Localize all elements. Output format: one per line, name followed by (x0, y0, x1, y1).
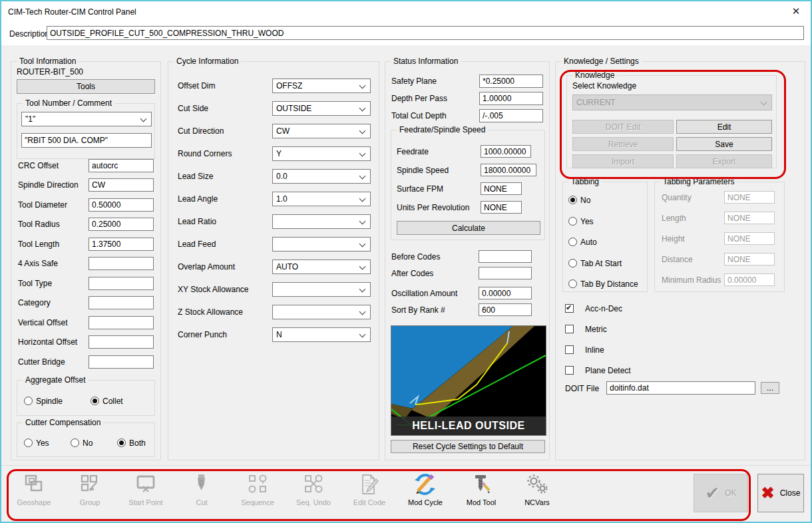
lead-feed-label: Lead Feed (178, 240, 216, 249)
toolbar-item-seq-undo: Seq. Undo (286, 471, 341, 506)
overlap-amount-select[interactable]: AUTO (272, 260, 371, 274)
distance-input (724, 253, 775, 265)
length-label: Length (662, 214, 686, 223)
metric-checkbox[interactable] (565, 325, 574, 333)
seq-undo-icon (286, 471, 341, 498)
z-stock-allowance-select[interactable] (272, 305, 371, 319)
lead-feed-select[interactable] (272, 237, 371, 252)
chevron-down-icon (359, 309, 366, 315)
doit-file-input[interactable] (606, 381, 755, 395)
toolbar-item-start-point: Start Point (118, 471, 173, 506)
cutter-comp-no-radio[interactable] (71, 438, 79, 447)
tool-type-input[interactable] (89, 277, 154, 290)
surface-fpm-input[interactable] (481, 182, 522, 195)
corner-punch-select[interactable]: N (272, 327, 371, 342)
sort-by-rank-input[interactable] (479, 303, 532, 316)
safety-plane-label: Safety Plane (391, 77, 437, 86)
aggregate-offset-spindle-radio[interactable] (24, 397, 33, 405)
tool-length-input[interactable] (89, 238, 154, 251)
total-cut-depth-input[interactable] (479, 109, 543, 122)
retrieve-button: Retrieve (572, 137, 674, 151)
tabbing-tab-at-start-radio[interactable] (568, 259, 577, 267)
depth-per-pass-input[interactable] (479, 92, 543, 105)
tabbing-tab-by-distance-radio[interactable] (568, 279, 577, 288)
cutter-bridge-input[interactable] (89, 355, 154, 369)
panel-title: Status Information (391, 57, 461, 66)
overlap-amount-label: Overlap Amount (178, 262, 235, 271)
tool-diameter-input[interactable] (89, 198, 154, 212)
window-close-icon[interactable]: ✕ (788, 5, 804, 19)
tools-button[interactable]: Tools (17, 79, 155, 94)
cycle-information-panel: Cycle Information Offset Dim OFFSZ Cut S… (168, 61, 379, 460)
cut-direction-select[interactable]: CW (272, 124, 371, 138)
oscillation-amount-input[interactable] (479, 287, 532, 299)
tabbing-auto-radio[interactable] (568, 238, 577, 246)
units-per-revolution-input[interactable] (481, 201, 522, 214)
group-title: Feedrate/Spindle Speed (397, 125, 488, 134)
spindle-direction-input[interactable] (89, 178, 154, 192)
feedrate-input[interactable] (481, 145, 531, 158)
doit-file-browse-button[interactable]: ... (761, 382, 779, 394)
tool-number-select[interactable]: "1" (21, 112, 152, 126)
feedrate-label: Feedrate (397, 147, 429, 156)
four-axis-safe-label: 4 Axis Safe (18, 259, 58, 268)
before-codes-input[interactable] (479, 250, 532, 263)
plane-detect-checkbox[interactable] (565, 366, 574, 375)
spindle-speed-input[interactable] (481, 164, 536, 176)
cut-side-select[interactable]: OUTSIDE (272, 101, 371, 116)
toolbar-item-mod-cycle[interactable]: Mod Cycle (398, 471, 453, 506)
spindle-direction-label: Spindle Direction (18, 180, 79, 190)
ncvars-icon (510, 471, 564, 498)
cutter-comp-yes-radio[interactable] (24, 438, 33, 447)
tabbing-yes-radio[interactable] (568, 217, 577, 226)
acc-n-dec-checkbox[interactable] (565, 304, 574, 313)
distance-label: Distance (662, 255, 693, 264)
category-label: Category (18, 298, 51, 307)
lead-ratio-select[interactable] (272, 214, 371, 229)
chevron-down-icon (359, 331, 366, 338)
description-input[interactable] (47, 26, 804, 40)
group-title: Tabbing Parameters (660, 177, 737, 186)
reset-cycle-settings-button[interactable]: Reset Cycle Settings to Default (391, 440, 545, 453)
toolbar-item-mod-tool[interactable]: Mod Tool (454, 471, 508, 506)
cut-direction-label: Cut Direction (178, 126, 224, 136)
height-label: Height (662, 234, 685, 244)
tool-information-panel: Tool Information ROUTER-BIT_500 Tools To… (11, 61, 161, 460)
xy-stock-allowance-select[interactable] (272, 282, 371, 297)
crc-offset-input[interactable] (89, 159, 154, 172)
calculate-button[interactable]: Calculate (397, 221, 540, 235)
horizontal-offset-input[interactable] (89, 335, 154, 349)
cutter-comp-both-radio[interactable] (117, 438, 126, 447)
crc-offset-label: CRC Offset (18, 161, 59, 170)
preview-caption: HELI-LEAD OUTSIDE (391, 417, 546, 435)
lead-size-label: Lead Size (178, 172, 213, 181)
tabbing-no-radio[interactable] (568, 196, 577, 204)
export-button: Export (676, 154, 772, 168)
toolbar-item-ncvars[interactable]: NCVars (510, 471, 564, 506)
feedrate-spindle-speed-group: Feedrate/Spindle Speed Feedrate Spindle … (391, 130, 545, 240)
tool-radius-input[interactable] (89, 218, 154, 231)
vertical-offset-input[interactable] (89, 316, 154, 329)
toolbar-item-cut: Cut (174, 471, 229, 506)
round-corners-select[interactable]: Y (272, 146, 371, 161)
edit-button[interactable]: Edit (676, 120, 772, 134)
offset-dim-select[interactable]: OFFSZ (272, 79, 371, 93)
lead-size-select[interactable]: 0.0 (272, 169, 371, 184)
depth-per-pass-label: Depth Per Pass (391, 94, 447, 103)
after-codes-input[interactable] (479, 267, 532, 279)
quantity-label: Quantity (662, 193, 692, 202)
aggregate-offset-group: Aggregate Offset Spindle Collet (17, 380, 155, 416)
category-input[interactable] (89, 296, 154, 309)
select-knowledge-label: Select Knowledge (572, 81, 636, 90)
tabbing-parameters-group: Tabbing Parameters Quantity Length Heigh… (654, 182, 785, 292)
lead-angle-select[interactable]: 1.0 (272, 192, 371, 206)
safety-plane-input[interactable] (479, 75, 543, 88)
aggregate-offset-collet-radio[interactable] (91, 397, 99, 405)
four-axis-safe-input[interactable] (89, 257, 154, 270)
close-button[interactable]: ✖ Close (757, 474, 804, 512)
tool-comment-input[interactable] (21, 133, 152, 148)
inline-checkbox[interactable] (565, 345, 574, 354)
save-button[interactable]: Save (676, 137, 772, 151)
toolbar-item-edit-code: Edit Code (342, 471, 397, 506)
chevron-down-icon (140, 116, 147, 122)
